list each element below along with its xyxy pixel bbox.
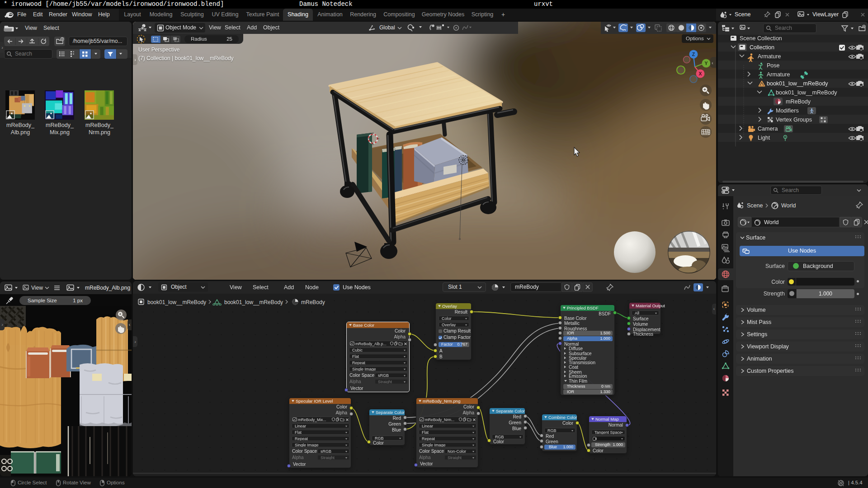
svg-text:mReBody: mReBody: [786, 99, 811, 105]
svg-text:Armature: Armature: [767, 71, 790, 78]
svg-text:Collection: Collection: [750, 44, 774, 51]
svg-text:book01_low__mReBody: book01_low__mReBody: [776, 89, 837, 96]
svg-text:Scene: Scene: [747, 202, 763, 209]
svg-text:Y: Y: [704, 61, 708, 66]
svg-text:Light: Light: [758, 135, 770, 141]
svg-text:Z: Z: [692, 52, 695, 57]
svg-text:Camera: Camera: [758, 126, 778, 132]
svg-text:Armature: Armature: [758, 53, 781, 60]
svg-text:Vertex Groups: Vertex Groups: [776, 117, 812, 123]
svg-text:Scene Collection: Scene Collection: [740, 35, 782, 42]
svg-text:‹: ‹: [712, 61, 713, 66]
svg-text:Modifiers: Modifiers: [776, 108, 799, 114]
svg-text:Pose: Pose: [767, 62, 780, 69]
svg-text:X: X: [698, 71, 702, 76]
svg-text:World: World: [781, 202, 796, 209]
svg-text:book01_low__mReBody: book01_low__mReBody: [767, 80, 828, 87]
